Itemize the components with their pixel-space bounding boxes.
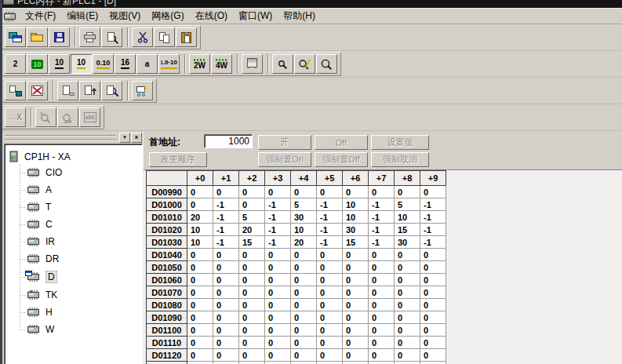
memory-cell[interactable]: 0 [213,286,239,299]
memory-cell[interactable]: 15 [343,236,369,249]
memory-cell[interactable]: 0 [239,261,265,274]
tree-item-d[interactable]: D [16,268,140,286]
memory-cell[interactable]: 0 [420,337,446,349]
paste-button[interactable] [176,27,197,47]
memory-cell[interactable]: 0 [420,261,446,274]
row-header-D01070[interactable]: D01070 [147,286,187,299]
column-header-plus0[interactable]: +0 [187,171,213,186]
row-header-D01080[interactable]: D01080 [147,299,187,311]
two-word-button[interactable]: 2W [189,54,210,74]
memory-cell[interactable]: 0 [369,299,395,311]
memory-cell[interactable]: 0 [265,186,291,198]
memory-cell[interactable]: 0 [187,186,213,198]
memory-cell[interactable]: 0 [265,311,291,324]
row-header-D01020[interactable]: D01020 [147,224,187,236]
cut-button[interactable] [132,27,153,47]
long-float-format-button[interactable]: L0·10 [158,54,180,74]
row-header-D01030[interactable]: D01030 [147,236,187,249]
memory-cell[interactable]: 10 [395,211,420,224]
memory-cell[interactable]: -1 [213,236,239,249]
ascii-format-button[interactable]: a [136,54,158,74]
memory-cell[interactable]: 0 [317,249,343,261]
memory-cell[interactable]: 0 [343,261,369,274]
memory-cell[interactable]: 0 [317,362,343,364]
row-header-D01050[interactable]: D01050 [147,261,187,274]
memory-cell[interactable]: 0 [187,274,213,286]
memory-cell[interactable]: 0 [239,299,265,311]
tree-item-t[interactable]: T [16,198,140,216]
memory-cell[interactable]: 0 [239,362,265,364]
memory-cell[interactable]: 5 [239,211,265,224]
memory-cell[interactable]: 0 [343,311,369,324]
menu-online[interactable]: 在线(O) [190,8,233,24]
memory-cell[interactable]: 0 [395,286,420,299]
memory-cell[interactable]: 0 [291,324,317,337]
memory-cell[interactable]: 0 [291,337,317,349]
memory-cell[interactable]: -1 [213,211,239,224]
row-header-D01120[interactable]: D01120 [147,349,187,362]
memory-cell[interactable]: 0 [317,349,343,362]
memory-cell[interactable]: 10 [187,236,213,249]
row-header-D01100[interactable]: D01100 [147,324,187,337]
memory-cell[interactable]: 0 [317,311,343,324]
memory-cell[interactable]: 0 [343,337,369,349]
memory-cell[interactable]: 0 [343,274,369,286]
memory-cell[interactable]: 0 [239,324,265,337]
memory-cell[interactable]: 0 [369,337,395,349]
memory-cell[interactable]: -1 [265,224,291,236]
memory-cell[interactable]: 0 [395,362,420,364]
column-header-plus1[interactable]: +1 [213,171,239,186]
memory-cell[interactable]: 0 [187,299,213,311]
memory-cell[interactable]: 0 [239,286,265,299]
memory-cell[interactable]: 15 [239,236,265,249]
memory-cell[interactable]: 5 [291,198,317,211]
memory-cell[interactable]: 0 [343,186,369,198]
memory-cell[interactable]: 0 [369,311,395,324]
memory-cell[interactable]: 0 [291,286,317,299]
memory-cell[interactable]: 0 [343,299,369,311]
memory-cell[interactable]: 20 [187,211,213,224]
memory-cell[interactable]: 20 [291,236,317,249]
memory-cell[interactable]: -1 [420,198,446,211]
memory-cell[interactable]: 0 [343,249,369,261]
memory-cell[interactable]: 10 [187,224,213,236]
memory-cell[interactable]: 0 [213,186,239,198]
memory-cell[interactable]: 0 [420,311,446,324]
print-button[interactable] [79,27,100,47]
bcd-format-button[interactable]: 10 [27,54,48,74]
memory-cell[interactable]: 0 [369,186,395,198]
memory-cell[interactable]: 0 [420,186,446,198]
panel-grab-bar[interactable]: ▼ x [4,131,143,144]
memory-cell[interactable]: 0 [395,349,420,362]
column-header-plus9[interactable]: +9 [420,171,446,186]
memory-cell[interactable]: 0 [265,274,291,286]
memory-cell[interactable]: 0 [291,261,317,274]
memory-cell[interactable]: -1 [213,224,239,236]
memory-cell[interactable]: 0 [395,337,420,349]
memory-cell[interactable]: -1 [369,224,395,236]
memory-cell[interactable]: 0 [213,337,239,349]
column-header-plus3[interactable]: +3 [265,171,291,186]
memory-cell[interactable]: -1 [317,224,343,236]
memory-cell[interactable]: 0 [265,249,291,261]
compare-with-plc-button[interactable] [101,81,122,100]
column-header-plus8[interactable]: +8 [395,171,420,186]
memory-cell[interactable]: 0 [239,349,265,362]
copy-button[interactable] [154,27,175,47]
column-header-plus2[interactable]: +2 [239,171,265,186]
memory-cell[interactable]: 0 [317,186,343,198]
memory-cell[interactable]: 0 [187,249,213,261]
memory-cell[interactable]: 0 [291,249,317,261]
memory-cell[interactable]: 0 [395,249,420,261]
memory-cell[interactable]: 0 [369,324,395,337]
column-width-button[interactable] [242,54,263,74]
menu-grid[interactable]: 网格(G) [146,8,189,24]
memory-cell[interactable]: 20 [239,224,265,236]
memory-cell[interactable]: 5 [395,198,420,211]
memory-cell[interactable]: -1 [369,211,395,224]
memory-cell[interactable]: -1 [265,211,291,224]
memory-cell[interactable]: 0 [213,311,239,324]
binary-format-button[interactable]: 2 [5,54,26,74]
row-header-D01130[interactable]: D01130 [147,362,187,364]
memory-cell[interactable]: 0 [291,311,317,324]
